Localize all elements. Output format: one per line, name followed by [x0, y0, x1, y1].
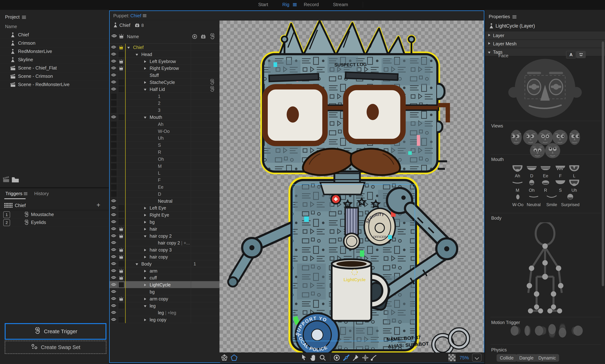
- layer-name[interactable]: M: [158, 164, 162, 169]
- tree-row-r[interactable]: R: [110, 148, 221, 156]
- collapse-arrow[interactable]: [144, 81, 146, 84]
- tree-row-half-lid[interactable]: Half Lid: [110, 86, 221, 93]
- layer-name[interactable]: Left Eye: [150, 205, 166, 211]
- new-scene-icon[interactable]: [2, 176, 10, 184]
- tree-row-2[interactable]: 2: [110, 100, 221, 106]
- tree-row-3[interactable]: 3: [110, 106, 221, 114]
- zoom-level-dropdown[interactable]: [472, 353, 482, 362]
- layer-name[interactable]: Oh: [158, 157, 164, 162]
- independence-crown-icon[interactable]: [119, 297, 124, 302]
- layer-name[interactable]: Head: [141, 52, 152, 57]
- tree-row-s[interactable]: S: [110, 142, 221, 148]
- tree-row-ah[interactable]: Ah: [110, 121, 221, 128]
- visibility-toggle-icon[interactable]: [111, 213, 116, 217]
- independence-toggle-box[interactable]: [119, 303, 124, 308]
- project-panel-menu-icon[interactable]: [21, 15, 27, 20]
- project-name-column-header[interactable]: Name: [5, 24, 17, 29]
- face-smiley-toggle[interactable]: [576, 51, 586, 58]
- trigger-key-badge[interactable]: 2: [3, 219, 10, 226]
- mouth-tag-surprised[interactable]: Surprised: [560, 193, 580, 207]
- tree-name-header[interactable]: Name: [127, 34, 139, 39]
- visibility-toggle-box[interactable]: [111, 129, 116, 134]
- tree-row-leg[interactable]: leg | +leg: [110, 309, 221, 316]
- expand-arrow[interactable]: [136, 263, 138, 265]
- layer-name[interactable]: hair: [150, 226, 157, 232]
- expand-arrow[interactable]: [144, 117, 146, 119]
- tree-row-stuff[interactable]: Stuff: [110, 72, 221, 79]
- tree-row-arm[interactable]: arm: [110, 267, 221, 274]
- puppet-breadcrumb[interactable]: Chief: [119, 23, 130, 28]
- layer-name[interactable]: 1: [158, 94, 160, 99]
- visibility-toggle-box[interactable]: [111, 136, 116, 141]
- independence-crown-icon[interactable]: [119, 269, 124, 274]
- layer-name[interactable]: leg: [150, 303, 156, 309]
- project-item[interactable]: Crimson: [0, 39, 109, 47]
- tree-row-left-eye[interactable]: Left Eye: [110, 204, 221, 211]
- collapse-arrow[interactable]: [144, 207, 146, 209]
- face-down-icon[interactable]: [529, 143, 546, 159]
- collapse-arrow[interactable]: [144, 284, 146, 286]
- visibility-toggle-box[interactable]: [111, 94, 116, 99]
- visibility-toggle-icon[interactable]: [111, 248, 116, 252]
- layer-selection-rect[interactable]: [293, 184, 415, 341]
- visibility-toggle-icon[interactable]: [111, 283, 116, 287]
- layer-name[interactable]: S: [158, 143, 161, 148]
- project-item[interactable]: Scene - Crimson: [0, 72, 109, 80]
- trigger-row[interactable]: 1 Moustache: [0, 211, 109, 219]
- visibility-toggle-box[interactable]: [111, 184, 116, 190]
- transparency-grid-icon[interactable]: [448, 354, 456, 361]
- tree-row-hair-copy-2[interactable]: hair copy 2: [110, 232, 221, 239]
- independence-crown-icon[interactable]: [119, 255, 124, 260]
- independence-crown-icon[interactable]: [119, 45, 124, 51]
- tree-row-d[interactable]: D: [110, 190, 221, 197]
- tree-row-arm-copy[interactable]: arm copy: [110, 295, 221, 302]
- layer-name[interactable]: Ee: [158, 184, 163, 190]
- collapse-arrow[interactable]: [144, 298, 146, 300]
- face-right-profile-icon[interactable]: [566, 129, 583, 146]
- tree-row-right-eye[interactable]: Right Eye: [110, 211, 221, 218]
- layer-name[interactable]: Right Eye: [150, 212, 169, 218]
- layer-name[interactable]: D: [158, 192, 161, 197]
- visibility-toggle-box[interactable]: [111, 122, 116, 127]
- project-item[interactable]: Scene - RedMonsterLive: [0, 80, 109, 89]
- project-item[interactable]: Scene - Chief_Flat: [0, 64, 109, 72]
- mouth-tag-l[interactable]: L: [564, 164, 584, 178]
- expand-arrow[interactable]: [144, 89, 146, 91]
- collapse-arrow[interactable]: [144, 256, 146, 258]
- independence-crown-icon[interactable]: [119, 275, 124, 281]
- trigger-tap-icon[interactable]: [209, 79, 215, 86]
- layer-name[interactable]: Body: [141, 261, 152, 267]
- visibility-toggle-icon[interactable]: [111, 276, 116, 280]
- physics-dynamic-button[interactable]: Dynamic: [535, 354, 559, 362]
- face-left-profile-icon[interactable]: [508, 129, 524, 146]
- visibility-toggle-box[interactable]: [111, 143, 116, 148]
- layer-name[interactable]: leg copy: [150, 317, 166, 322]
- layer-name[interactable]: StacheCycle: [150, 80, 175, 85]
- expand-arrow[interactable]: [144, 305, 146, 307]
- record-icon[interactable]: [333, 354, 340, 361]
- body-skeleton-diagram[interactable]: [515, 222, 575, 314]
- collapse-arrow[interactable]: [144, 60, 146, 63]
- face-up-icon[interactable]: [544, 143, 561, 159]
- layer-name[interactable]: F: [158, 178, 161, 183]
- visibility-toggle-box[interactable]: [111, 108, 116, 113]
- collapse-arrow[interactable]: [144, 270, 146, 272]
- motion-trigger-turn-icon[interactable]: [571, 324, 584, 339]
- workspace-tab-rig[interactable]: Rig: [282, 2, 289, 7]
- tab-history[interactable]: History: [34, 191, 49, 196]
- hand-icon[interactable]: [310, 354, 317, 361]
- layer-name[interactable]: R: [158, 150, 161, 155]
- visibility-toggle-box[interactable]: [111, 101, 116, 106]
- independence-toggle-box[interactable]: [119, 80, 124, 85]
- independence-crown-icon[interactable]: [119, 66, 124, 72]
- section-layer-mesh[interactable]: Layer Mesh: [485, 40, 605, 48]
- tree-row-oh[interactable]: Oh: [110, 156, 221, 163]
- tree-row-right-eyebrow[interactable]: Right Eyebrow: [110, 65, 221, 72]
- mouth-tag-neutral[interactable]: Neutral: [524, 193, 544, 207]
- project-item[interactable]: RedMonsterLive: [0, 47, 109, 56]
- layer-name[interactable]: Half Lid: [150, 87, 165, 92]
- layer-name[interactable]: Uh: [158, 136, 164, 141]
- tree-row-neutral[interactable]: Neutral: [110, 197, 221, 205]
- mesh-icon[interactable]: [221, 354, 228, 361]
- collapse-arrow[interactable]: [144, 249, 146, 251]
